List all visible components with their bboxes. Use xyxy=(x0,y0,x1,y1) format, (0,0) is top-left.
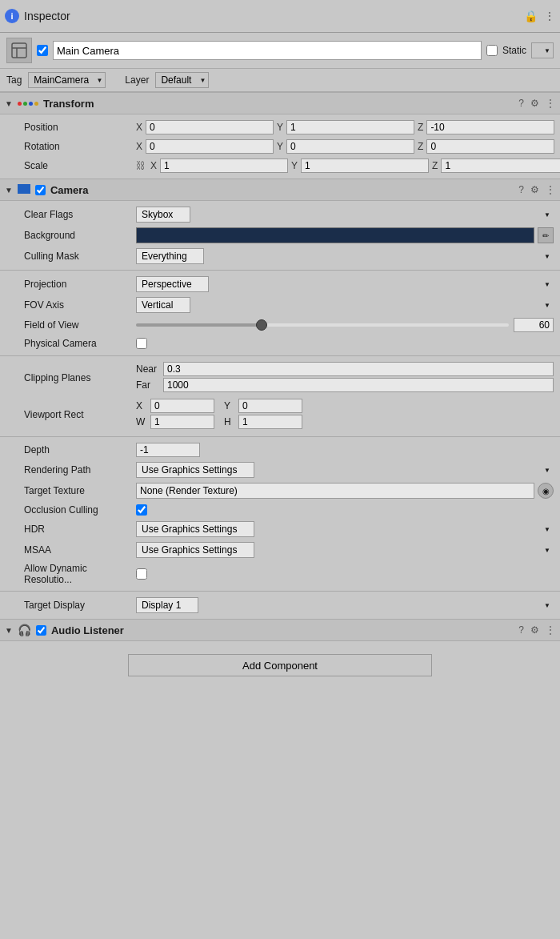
target-display-select[interactable]: Display 1 xyxy=(136,597,198,613)
projection-label: Projection xyxy=(24,279,136,290)
rendering-path-dropdown-wrap[interactable]: Use Graphics Settings xyxy=(136,462,554,478)
clear-flags-dropdown-wrap[interactable]: Skybox xyxy=(136,207,554,223)
position-value: X Y Z xyxy=(136,120,554,134)
camera-help-icon[interactable]: ? xyxy=(518,184,524,195)
near-input[interactable] xyxy=(163,362,554,376)
divider-1 xyxy=(0,270,560,271)
scale-y-input[interactable] xyxy=(301,159,429,173)
lock-icon[interactable]: 🔒 xyxy=(524,10,538,22)
rotation-y-input[interactable] xyxy=(286,139,414,154)
transform-toggle[interactable]: ▼ xyxy=(5,99,13,108)
hdr-dropdown-wrap[interactable]: Use Graphics Settings xyxy=(136,521,554,537)
camera-enabled-checkbox[interactable] xyxy=(35,185,46,195)
rot-y-label: Y xyxy=(277,141,283,152)
vp-x-input[interactable] xyxy=(150,399,214,413)
physical-camera-checkbox[interactable] xyxy=(136,338,147,349)
rotation-z-input[interactable] xyxy=(426,139,554,154)
culling-mask-dropdown-wrap[interactable]: Everything xyxy=(136,248,554,264)
rotation-xyz: X Y Z xyxy=(136,139,554,154)
position-x-input[interactable] xyxy=(146,120,274,134)
clear-flags-label: Clear Flags xyxy=(24,209,136,220)
audio-listener-title: Audio Listener xyxy=(51,624,514,636)
transform-menu-icon[interactable]: ⋮ xyxy=(546,98,555,109)
vp-w-input[interactable] xyxy=(150,415,214,429)
position-label: Position xyxy=(24,122,136,133)
position-row: Position X Y Z xyxy=(0,118,560,137)
rendering-path-select[interactable]: Use Graphics Settings xyxy=(136,462,254,478)
rendering-path-label: Rendering Path xyxy=(24,464,136,476)
camera-props: Clear Flags Skybox Background ✏ Culling … xyxy=(0,201,560,619)
rotation-label: Rotation xyxy=(24,141,136,152)
fov-axis-dropdown-wrap[interactable]: Vertical xyxy=(136,297,554,313)
transform-help-icon[interactable]: ? xyxy=(518,98,524,109)
scale-row: Scale ⛓ X Y Z xyxy=(0,156,560,175)
vp-wh-row: W H xyxy=(136,415,554,429)
vp-y-input[interactable] xyxy=(238,399,302,413)
audio-listener-settings-icon[interactable]: ⚙ xyxy=(530,624,539,636)
far-input[interactable] xyxy=(163,378,554,392)
clear-flags-select[interactable]: Skybox xyxy=(136,207,190,223)
background-color-swatch[interactable] xyxy=(136,227,534,243)
depth-input[interactable] xyxy=(136,443,200,457)
static-checkbox[interactable] xyxy=(486,45,498,56)
add-component-button[interactable]: Add Component xyxy=(128,654,432,676)
camera-actions: ? ⚙ ⋮ xyxy=(518,184,555,195)
fov-slider[interactable] xyxy=(136,323,509,327)
target-display-dropdown-wrap[interactable]: Display 1 xyxy=(136,597,554,613)
camera-settings-icon[interactable]: ⚙ xyxy=(530,184,539,195)
projection-select[interactable]: Perspective xyxy=(136,276,209,292)
object-name-input[interactable] xyxy=(53,41,482,60)
audio-listener-enabled-checkbox[interactable] xyxy=(36,625,46,636)
fov-value-input[interactable] xyxy=(514,318,554,332)
physical-camera-row: Physical Camera xyxy=(0,335,560,352)
scale-z-input[interactable] xyxy=(441,159,560,173)
target-texture-input[interactable] xyxy=(136,483,534,499)
projection-dropdown-wrap[interactable]: Perspective xyxy=(136,276,554,292)
camera-menu-icon[interactable]: ⋮ xyxy=(546,184,555,195)
camera-icon xyxy=(18,184,30,196)
fov-axis-row: FOV Axis Vertical xyxy=(0,295,560,315)
scale-link-icon[interactable]: ⛓ xyxy=(136,160,146,171)
rotation-x-input[interactable] xyxy=(146,139,274,154)
camera-toggle[interactable]: ▼ xyxy=(5,186,13,195)
menu-icon[interactable]: ⋮ xyxy=(544,10,555,22)
position-y-input[interactable] xyxy=(286,120,414,134)
culling-mask-row: Culling Mask Everything xyxy=(0,246,560,267)
rot-x-label: X xyxy=(136,141,142,152)
occlusion-culling-checkbox[interactable] xyxy=(136,504,147,516)
fov-axis-label: FOV Axis xyxy=(24,299,136,311)
culling-mask-select[interactable]: Everything xyxy=(136,248,204,264)
object-enabled-checkbox[interactable] xyxy=(37,45,48,56)
vp-h-label: H xyxy=(224,416,235,427)
scale-xyz: X Y Z xyxy=(150,159,560,173)
viewport-rect-grid: X Y W H xyxy=(136,399,554,431)
clear-flags-row: Clear Flags Skybox xyxy=(0,204,560,225)
msaa-dropdown-wrap[interactable]: Use Graphics Settings xyxy=(136,542,554,558)
transform-title: Transform xyxy=(43,98,514,110)
static-dropdown[interactable] xyxy=(531,42,554,58)
target-texture-picker[interactable]: ◉ xyxy=(538,483,554,499)
tag-select-wrapper[interactable]: MainCamera xyxy=(28,72,106,88)
static-dropdown-wrapper[interactable] xyxy=(531,42,554,58)
vp-h-input[interactable] xyxy=(238,415,302,429)
clipping-planes-grid: Near Far xyxy=(136,362,554,394)
audio-listener-menu-icon[interactable]: ⋮ xyxy=(546,624,555,636)
msaa-row: MSAA Use Graphics Settings xyxy=(0,540,560,560)
msaa-select[interactable]: Use Graphics Settings xyxy=(136,542,254,558)
hdr-select[interactable]: Use Graphics Settings xyxy=(136,521,254,537)
audio-listener-toggle[interactable]: ▼ xyxy=(5,626,13,635)
background-color-edit[interactable]: ✏ xyxy=(538,227,554,243)
layer-select[interactable]: Default xyxy=(155,72,209,88)
tag-select[interactable]: MainCamera xyxy=(28,72,106,88)
fov-axis-select[interactable]: Vertical xyxy=(136,297,190,313)
transform-settings-icon[interactable]: ⚙ xyxy=(530,98,539,109)
audio-listener-help-icon[interactable]: ? xyxy=(518,624,524,636)
allow-dynamic-resolution-label: Allow Dynamic Resolutio... xyxy=(24,563,136,585)
position-z-input[interactable] xyxy=(426,120,554,134)
scale-x-input[interactable] xyxy=(160,159,288,173)
layer-select-wrapper[interactable]: Default xyxy=(155,72,209,88)
target-texture-label: Target Texture xyxy=(24,485,136,496)
scale-y-label: Y xyxy=(291,160,298,171)
allow-dynamic-resolution-checkbox[interactable] xyxy=(136,568,147,580)
tag-label: Tag xyxy=(6,74,22,86)
